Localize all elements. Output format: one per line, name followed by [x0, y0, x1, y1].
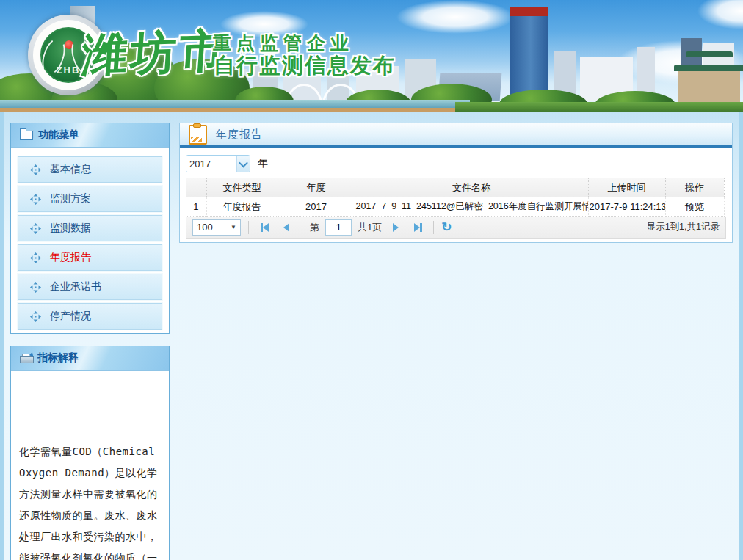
divider	[248, 221, 249, 234]
last-page-button[interactable]	[410, 220, 426, 235]
page-title: 年度报告	[216, 128, 263, 142]
site-title-city: 潍坊市	[80, 20, 230, 87]
sidebar-item-label: 停产情况	[50, 310, 91, 323]
move-arrows-icon	[30, 194, 41, 205]
banner: ZHB 潍坊市 重点监管企业 自行监测信息发布	[0, 0, 743, 112]
move-arrows-icon	[30, 223, 41, 234]
sidebar-item-commitment[interactable]: 企业承诺书	[18, 274, 162, 300]
first-page-button[interactable]	[256, 220, 272, 235]
preview-link[interactable]: 预览	[665, 197, 724, 217]
indicator-title: 指标解释	[37, 352, 79, 365]
sidebar-item-label: 监测数据	[50, 222, 91, 235]
cell-year: 2017	[278, 197, 355, 217]
total-pages-label: 共1页	[358, 221, 382, 234]
sidebar-item-basic-info[interactable]: 基本信息	[18, 156, 162, 183]
col-file-type: 文件类型	[206, 178, 278, 197]
indicator-header: 指标解释	[11, 346, 169, 371]
sidebar-item-monitor-plan[interactable]: 监测方案	[18, 186, 162, 212]
sidebar-menu-header: 功能菜单	[11, 123, 169, 148]
site-title-line2: 自行监测信息发布	[214, 51, 396, 81]
cell-file-name: 2017_7_9_11_245112@已解密_2016年度自行监测开展情况年	[355, 197, 588, 217]
col-upload-time: 上传时间	[588, 178, 665, 197]
year-filter-row: 年	[186, 155, 726, 172]
sidebar-item-label: 监测方案	[50, 192, 91, 206]
indicator-panel: 指标解释 化学需氧量COD（Chemical Oxygen Demand）是以化…	[10, 346, 170, 560]
annual-report-body: 年 文件类型 年度 文件名称 上传时间 操作 1	[180, 148, 732, 239]
col-file-name: 文件名称	[355, 178, 588, 197]
sidebar-item-monitor-data[interactable]: 监测数据	[18, 215, 162, 241]
caret-down-icon: ▼	[231, 224, 236, 230]
year-suffix-label: 年	[258, 157, 268, 170]
pavilion-roof	[686, 51, 733, 57]
move-arrows-icon	[30, 164, 41, 175]
pavilion-roof	[674, 65, 743, 71]
year-input[interactable]	[186, 156, 236, 172]
page-size-select[interactable]: 100 ▼	[192, 219, 241, 236]
annual-report-panel: 年度报告 年 文件类型 年度 文件名称 上传时间	[179, 123, 733, 243]
prev-page-button[interactable]	[278, 220, 294, 235]
year-dropdown-button[interactable]	[236, 156, 250, 172]
folder-icon	[20, 131, 33, 140]
cell-upload-time: 2017-7-9 11:24:13	[588, 197, 665, 217]
lawn	[455, 102, 743, 112]
table-header-row: 文件类型 年度 文件名称 上传时间 操作	[186, 178, 724, 197]
page-number-input[interactable]	[325, 219, 352, 236]
report-table: 文件类型 年度 文件名称 上传时间 操作 1 年度报告 2017 2017_7_…	[186, 178, 725, 217]
sidebar-item-label: 年度报告	[50, 251, 91, 264]
page-size-value: 100	[197, 222, 213, 233]
refresh-icon[interactable]: ↻	[441, 221, 452, 233]
clipboard-icon	[189, 125, 207, 145]
move-arrows-icon	[30, 311, 41, 322]
divider	[433, 221, 434, 234]
sidebar-item-shutdown-status[interactable]: 停产情况	[18, 303, 162, 330]
sidebar-menu-title: 功能菜单	[38, 128, 79, 142]
pagination-bar: 100 ▼ 第 共1页 ↻ 显示1到1,共1记录	[186, 217, 726, 239]
annual-report-header: 年度报告	[180, 123, 732, 148]
year-combobox[interactable]	[186, 155, 250, 172]
col-year: 年度	[278, 178, 355, 197]
page-prefix-label: 第	[310, 221, 319, 234]
page: ZHB 潍坊市 重点监管企业 自行监测信息发布 功能菜单 基本信息 监测方案	[0, 0, 743, 560]
move-arrows-icon	[30, 252, 41, 263]
logo-red-dot	[65, 40, 73, 49]
cloud	[697, 0, 743, 29]
sidebar-item-annual-report[interactable]: 年度报告	[18, 244, 162, 271]
col-index	[186, 178, 206, 197]
printer-icon	[20, 354, 32, 363]
move-arrows-icon	[30, 282, 41, 293]
sidebar-item-label: 基本信息	[50, 163, 91, 176]
col-action: 操作	[665, 178, 724, 197]
sidebar-menu-body: 基本信息 监测方案 监测数据 年度报告 企业承诺书 停产情况	[11, 148, 169, 341]
table-row[interactable]: 1 年度报告 2017 2017_7_9_11_245112@已解密_2016年…	[186, 197, 724, 217]
sidebar-menu-panel: 功能菜单 基本信息 监测方案 监测数据 年度报告 企业承诺书	[10, 123, 170, 334]
sidebar-item-label: 企业承诺书	[50, 280, 101, 294]
tower	[510, 15, 548, 101]
indicator-text: 化学需氧量COD（Chemical Oxygen Demand）是以化学方法测量…	[19, 441, 161, 560]
next-page-button[interactable]	[388, 220, 404, 235]
divider	[302, 221, 302, 234]
record-summary: 显示1到1,共1记录	[647, 221, 720, 233]
cell-index: 1	[186, 197, 206, 217]
chevron-down-icon	[239, 158, 248, 167]
cell-file-type: 年度报告	[206, 197, 278, 217]
cloud	[396, 0, 514, 34]
tower-sign	[510, 7, 548, 16]
